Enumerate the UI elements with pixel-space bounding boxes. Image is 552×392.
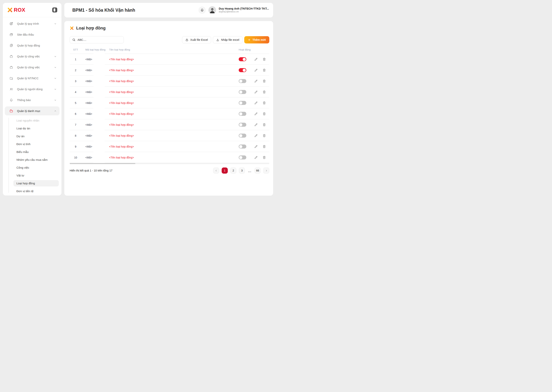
sidebar-subitem[interactable]: Biểu mẫu [14, 149, 59, 155]
delete-trash-icon[interactable] [262, 133, 266, 138]
table-row: 6<Mã><Tên loại hợp đồng> [70, 108, 269, 119]
folder-user-icon [9, 76, 13, 80]
active-toggle[interactable] [239, 145, 246, 148]
table-row: 2<Mã><Tên loại hợp đồng> [70, 65, 269, 76]
sidebar-item[interactable]: Quản lý quy trình [5, 19, 60, 28]
sidebar-subitem[interactable]: Loại hợp đồng [14, 180, 59, 186]
pagination-ellipsis: ... [247, 170, 252, 174]
active-toggle[interactable] [239, 133, 246, 138]
app-root: ROX Quản lý quy trìnhSite đấu thầuQuản l… [0, 0, 276, 196]
cell-name: <Tên loại hợp đồng> [109, 101, 239, 105]
cell-actions [239, 155, 269, 160]
work-icon [9, 55, 13, 58]
sidebar-subitem[interactable]: Đơn vị tiền tệ [14, 188, 59, 194]
pagination-next-button[interactable] [263, 168, 269, 174]
cell-stt: 1 [70, 58, 82, 61]
edit-pencil-icon[interactable] [254, 90, 258, 94]
edit-pencil-icon[interactable] [254, 155, 258, 160]
edit-pencil-icon[interactable] [254, 133, 258, 138]
active-toggle[interactable] [239, 90, 246, 94]
table-row: 7<Mã><Tên loại hợp đồng> [70, 119, 269, 130]
sidebar-item[interactable]: Quản lý công việc [5, 52, 60, 61]
notification-bell-icon[interactable] [198, 7, 206, 14]
sidebar-item[interactable]: Quản lý công việc [5, 63, 60, 72]
active-toggle[interactable] [239, 155, 246, 160]
add-new-label: Thêm mới [252, 38, 266, 41]
sidebar-subitem[interactable]: Loại dự án [14, 125, 59, 132]
user-email: duyha2@tnteco.vn [219, 10, 269, 14]
sidebar-item-label: Quản lý hợp đồng [17, 44, 40, 47]
edit-pencil-icon[interactable] [254, 123, 258, 127]
delete-trash-icon[interactable] [262, 112, 266, 116]
cell-actions [239, 57, 269, 61]
edit-pencil-icon[interactable] [254, 68, 258, 72]
user-avatar[interactable] [209, 6, 216, 14]
user-block[interactable]: Duy Hoang Anh (TNTECH-TTKD TKT... duyha2… [219, 7, 269, 14]
chevron-down-icon [54, 88, 57, 91]
pagination-page-button[interactable]: 66 [255, 168, 261, 174]
search-input[interactable] [77, 38, 121, 41]
table-row: 9<Mã><Tên loại hợp đồng> [70, 141, 269, 152]
sidebar-subitem[interactable]: Công việc [14, 164, 59, 171]
edit-pencil-icon[interactable] [254, 79, 258, 83]
active-toggle[interactable] [239, 79, 246, 83]
edit-pencil-icon[interactable] [254, 145, 258, 148]
delete-trash-icon[interactable] [262, 57, 266, 61]
cell-name: <Tên loại hợp đồng> [109, 123, 239, 126]
sidebar-subitem[interactable]: Loại nguyên nhân [14, 117, 59, 124]
cell-code: <Mã> [82, 80, 109, 83]
active-toggle[interactable] [239, 68, 246, 72]
pagination: 123...66 [213, 168, 269, 174]
horizontal-scrollbar-thumb[interactable] [70, 163, 135, 164]
table-row: 1<Mã><Tên loại hợp đồng> [70, 54, 269, 65]
active-toggle[interactable] [239, 57, 246, 61]
sidebar-menu: Quản lý quy trìnhSite đấu thầuQuản lý hợ… [3, 17, 62, 115]
sidebar-item[interactable]: Quản lý NT/NCC [5, 74, 60, 83]
cell-actions [239, 133, 269, 138]
add-new-button[interactable]: Thêm mới [244, 36, 269, 43]
edit-pencil-icon[interactable] [254, 101, 258, 105]
sidebar-item-label: Quản lý công việc [17, 55, 40, 58]
sidebar-subitem[interactable]: Dự án [14, 133, 59, 139]
header-right: Duy Hoang Anh (TNTECH-TTKD TKT... duyha2… [198, 6, 269, 14]
delete-trash-icon[interactable] [262, 145, 266, 148]
sidebar-subitem[interactable]: Vật tư [14, 172, 59, 179]
pagination-page-button[interactable]: 2 [230, 168, 236, 174]
delete-trash-icon[interactable] [262, 68, 266, 72]
delete-trash-icon[interactable] [262, 90, 266, 94]
sidebar-collapse-icon[interactable] [52, 7, 57, 13]
edit-pencil-icon[interactable] [254, 112, 258, 116]
chevron-down-icon [54, 66, 57, 69]
cell-name: <Tên loại hợp đồng> [109, 69, 239, 72]
active-toggle[interactable] [239, 112, 246, 116]
pagination-prev-button[interactable] [213, 168, 219, 174]
toolbar: Xuất file Excel Nhập file excel Thêm mới [182, 36, 269, 43]
import-excel-button[interactable]: Nhập file excel [213, 36, 243, 43]
table-header: STT Mã loại hợp đồng Tên loại hợp đồng H… [70, 45, 269, 54]
chevron-down-icon [54, 55, 57, 58]
active-toggle[interactable] [239, 123, 246, 127]
sidebar-item[interactable]: Quản lý hợp đồng [5, 41, 60, 50]
site-icon [9, 33, 13, 36]
delete-trash-icon[interactable] [262, 155, 266, 160]
sidebar-subitem[interactable]: Đơn vị tính [14, 141, 59, 147]
delete-trash-icon[interactable] [262, 101, 266, 105]
sidebar-item[interactable]: Quản lý người dùng [5, 84, 60, 94]
delete-trash-icon[interactable] [262, 123, 266, 127]
cell-actions [239, 145, 269, 148]
delete-trash-icon[interactable] [262, 79, 266, 83]
sidebar-item[interactable]: Quản lý danh mục [5, 106, 60, 115]
sidebar-subitem-label: Loại hợp đồng [16, 182, 35, 185]
pagination-page-button[interactable]: 1 [222, 168, 228, 174]
sidebar-subitem-label: Loại nguyên nhân [16, 119, 39, 122]
table-row: 8<Mã><Tên loại hợp đồng> [70, 130, 269, 141]
active-toggle[interactable] [239, 101, 246, 105]
sidebar-subitem[interactable]: Nhóm yêu cầu mua sắm [14, 157, 59, 163]
export-excel-button[interactable]: Xuất file Excel [182, 36, 211, 43]
table-body: 1<Mã><Tên loại hợp đồng>2<Mã><Tên loại h… [70, 54, 269, 163]
edit-pencil-icon[interactable] [254, 57, 258, 61]
sidebar-item[interactable]: Thông báo [5, 96, 60, 105]
cell-stt: 2 [70, 69, 82, 72]
pagination-page-button[interactable]: 3 [239, 168, 245, 174]
sidebar-item[interactable]: Site đấu thầu [5, 30, 60, 39]
